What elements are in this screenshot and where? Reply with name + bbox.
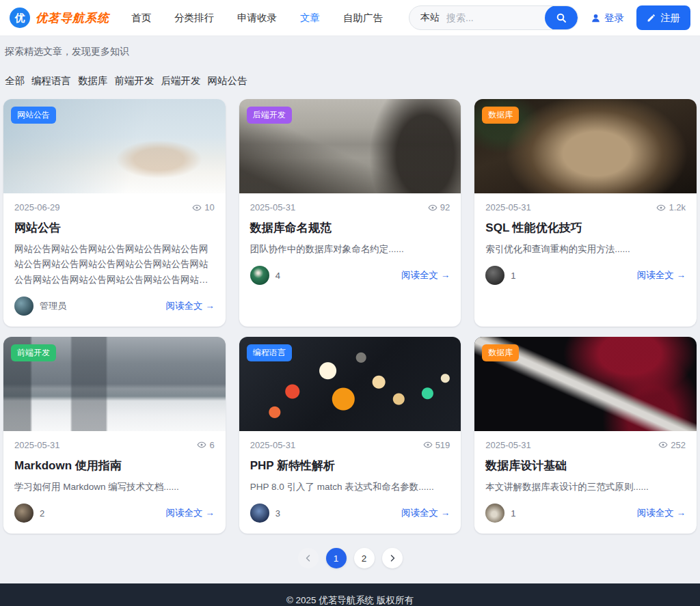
- category-badge[interactable]: 网站公告: [11, 107, 56, 124]
- article-title[interactable]: SQL 性能优化技巧: [485, 220, 686, 236]
- filter-frontend[interactable]: 前端开发: [115, 74, 154, 87]
- article-excerpt: 学习如何用 Markdown 编写技术文档......: [14, 480, 215, 495]
- prev-page-button[interactable]: [298, 548, 319, 568]
- pencil-icon: [647, 14, 656, 23]
- view-count: 92: [428, 202, 450, 212]
- next-page-button[interactable]: [382, 548, 403, 568]
- category-badge[interactable]: 前端开发: [11, 344, 56, 361]
- user-icon: [591, 13, 601, 23]
- pagination: 1 2: [3, 548, 697, 568]
- article-cover-bokeh-lights[interactable]: 编程语言: [239, 337, 461, 431]
- article-cover-antler[interactable]: 数据库: [474, 337, 697, 431]
- comment-count: 1: [511, 271, 515, 281]
- category-badge[interactable]: 数据库: [482, 107, 519, 124]
- article-date: 2025-05-31: [250, 202, 296, 212]
- page-button-2[interactable]: 2: [354, 548, 375, 568]
- site-logo[interactable]: 优: [10, 8, 30, 28]
- article-title[interactable]: PHP 新特性解析: [250, 458, 450, 473]
- author-avatar: [485, 266, 504, 285]
- search-icon: [556, 12, 567, 23]
- article-title[interactable]: 数据库设计基础: [485, 458, 686, 473]
- read-more-link[interactable]: 阅读全文 →: [637, 507, 686, 519]
- eye-icon: [656, 203, 666, 212]
- search-input[interactable]: [446, 12, 545, 23]
- author-name: 管理员: [40, 300, 66, 312]
- chevron-right-icon: [388, 554, 396, 562]
- read-more-link[interactable]: 阅读全文 →: [165, 300, 214, 312]
- article-title[interactable]: 数据库命名规范: [250, 220, 450, 236]
- category-badge[interactable]: 编程语言: [247, 344, 292, 361]
- read-more-link[interactable]: 阅读全文 →: [165, 507, 214, 519]
- article-date: 2025-05-31: [485, 202, 531, 212]
- article-grid: 网站公告 2025-06-29 10 网站公告 网站公告网站公告网站公告网站公告…: [3, 99, 697, 534]
- eye-icon: [197, 440, 206, 450]
- chevron-left-icon: [304, 554, 312, 562]
- article-card[interactable]: 数据库 2025-05-31 1.2k SQL 性能优化技巧 索引优化和查询重构…: [474, 99, 697, 327]
- article-card[interactable]: 后端开发 2025-05-31 92 数据库命名规范 团队协作中的数据库对象命名…: [239, 99, 461, 327]
- copyright-text: © 2025 优茗导航系统 版权所有: [14, 594, 686, 606]
- article-card[interactable]: 编程语言 2025-05-31 519 PHP 新特性解析 PHP 8.0 引入…: [239, 337, 461, 534]
- category-badge[interactable]: 后端开发: [247, 107, 292, 124]
- eye-icon: [658, 440, 668, 450]
- view-count: 252: [658, 440, 686, 450]
- login-label: 登录: [604, 12, 624, 25]
- nav-item-apply-inclusion[interactable]: 申请收录: [237, 12, 277, 25]
- nav-item-home[interactable]: 首页: [131, 12, 151, 25]
- search-scope-select[interactable]: 本站: [409, 12, 446, 24]
- register-label: 注册: [660, 12, 680, 25]
- nav-item-self-ads[interactable]: 自助广告: [343, 12, 383, 25]
- search-button[interactable]: [545, 5, 578, 30]
- login-link[interactable]: 登录: [591, 12, 624, 25]
- article-cover-coyote[interactable]: 数据库: [474, 99, 697, 193]
- article-title[interactable]: Markdown 使用指南: [14, 458, 215, 473]
- author-avatar: [250, 504, 269, 523]
- filter-backend[interactable]: 后端开发: [161, 74, 201, 87]
- article-date: 2025-05-31: [250, 440, 296, 450]
- filter-site-announcement[interactable]: 网站公告: [208, 74, 247, 87]
- view-count: 519: [423, 440, 450, 450]
- comment-count: 1: [511, 508, 515, 519]
- article-excerpt: 本文讲解数据库表设计的三范式原则......: [485, 480, 686, 495]
- article-title[interactable]: 网站公告: [14, 220, 215, 236]
- article-date: 2025-05-31: [14, 440, 60, 450]
- author-avatar: [485, 504, 504, 523]
- article-excerpt: 索引优化和查询重构的实用方法......: [485, 242, 686, 257]
- article-card[interactable]: 网站公告 2025-06-29 10 网站公告 网站公告网站公告网站公告网站公告…: [3, 99, 226, 327]
- brand-name[interactable]: 优茗导航系统: [36, 10, 109, 26]
- read-more-link[interactable]: 阅读全文 →: [637, 269, 686, 281]
- category-filter-bar: 全部 编程语言 数据库 前端开发 后端开发 网站公告: [5, 74, 695, 87]
- article-cover-skyline[interactable]: 后端开发: [239, 99, 461, 193]
- comment-count: 4: [275, 271, 280, 281]
- nav-item-articles[interactable]: 文章: [300, 12, 320, 25]
- nav-item-category-rank[interactable]: 分类排行: [174, 12, 214, 25]
- author-avatar: [14, 504, 33, 523]
- article-card[interactable]: 数据库 2025-05-31 252 数据库设计基础 本文讲解数据库表设计的三范…: [474, 337, 697, 534]
- article-excerpt: 网站公告网站公告网站公告网站公告网站公告网站公告网站公告网站公告网站公告网站公告…: [14, 242, 215, 288]
- view-count: 1.2k: [656, 202, 686, 212]
- author-avatar: [250, 266, 269, 285]
- article-cover-santorini[interactable]: 网站公告: [3, 99, 226, 193]
- comment-count: 3: [275, 508, 280, 519]
- filter-programming-language[interactable]: 编程语言: [31, 74, 71, 87]
- filter-all[interactable]: 全部: [5, 74, 25, 87]
- register-button[interactable]: 注册: [636, 5, 690, 30]
- article-excerpt: 团队协作中的数据库对象命名约定......: [250, 242, 450, 257]
- page-subtitle: 探索精选文章，发现更多知识: [5, 46, 695, 58]
- read-more-link[interactable]: 阅读全文 →: [401, 269, 450, 281]
- page-button-1[interactable]: 1: [326, 548, 347, 568]
- filter-database[interactable]: 数据库: [78, 74, 108, 87]
- logo-char: 优: [15, 12, 25, 25]
- view-count: 10: [192, 202, 214, 212]
- read-more-link[interactable]: 阅读全文 →: [401, 507, 450, 519]
- article-card[interactable]: 前端开发 2025-05-31 6 Markdown 使用指南 学习如何用 Ma…: [3, 337, 226, 534]
- article-cover-winter-city[interactable]: 前端开发: [3, 337, 226, 431]
- search-bar: 本站: [409, 5, 578, 30]
- view-count: 6: [197, 440, 214, 450]
- main-nav: 首页 分类排行 申请收录 文章 自助广告: [131, 12, 383, 25]
- comment-count: 2: [40, 508, 44, 519]
- category-badge[interactable]: 数据库: [482, 344, 519, 361]
- top-navbar: 优 优茗导航系统 首页 分类排行 申请收录 文章 自助广告 本站 登录 注册: [0, 0, 700, 36]
- article-date: 2025-06-29: [14, 202, 60, 212]
- article-date: 2025-05-31: [485, 440, 531, 450]
- eye-icon: [192, 203, 202, 212]
